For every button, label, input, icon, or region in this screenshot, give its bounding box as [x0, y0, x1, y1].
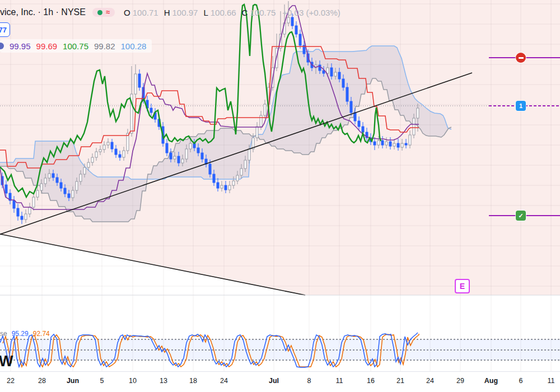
- time-axis-label: 24: [426, 377, 434, 385]
- indicator-legend[interactable]: 99.9599.69100.7599.82100.28: [0, 39, 152, 53]
- price-level-badge[interactable]: 77: [0, 22, 10, 37]
- alert-icon-one[interactable]: 1: [516, 101, 526, 111]
- candle-body: [52, 174, 54, 178]
- candle-body: [354, 113, 356, 121]
- candle-body: [178, 156, 180, 163]
- candle-body: [115, 149, 117, 155]
- candle-body: [260, 115, 262, 127]
- time-axis-label: 22: [7, 377, 15, 385]
- candle-body: [417, 108, 419, 118]
- time-axis-label: 6: [519, 377, 523, 385]
- candle-body: [91, 157, 94, 162]
- candle-body: [228, 185, 231, 190]
- candle-body: [197, 148, 199, 153]
- candle-body: [299, 34, 301, 45]
- indicator-value: 100.75: [63, 41, 88, 51]
- candle-body: [244, 160, 246, 169]
- candle-body: [174, 156, 176, 159]
- low-value: 100.66: [211, 8, 236, 17]
- earnings-badge[interactable]: E: [455, 279, 470, 293]
- candle-body: [111, 142, 113, 149]
- time-axis-label: 21: [396, 377, 404, 385]
- candle-body: [350, 101, 352, 113]
- stoch-k-value: 95.29: [12, 330, 29, 338]
- candle-body: [225, 185, 227, 190]
- candle-body: [338, 72, 340, 79]
- symbol-title[interactable]: vice, Inc. · 1h · NYSE: [0, 7, 86, 17]
- candle-body: [381, 141, 384, 145]
- delayed-data-icon: ≈: [106, 10, 110, 15]
- candle-body: [181, 159, 184, 163]
- high-label: H: [164, 8, 170, 17]
- candle-body: [107, 142, 109, 145]
- candle-body: [103, 145, 105, 150]
- candle-body: [213, 174, 215, 183]
- candle-body: [342, 79, 344, 87]
- time-axis-label: 11: [548, 377, 555, 385]
- market-status-pill[interactable]: ≈: [92, 8, 115, 17]
- candle-body: [150, 108, 152, 113]
- candle-body: [377, 141, 380, 145]
- candle-body: [36, 190, 39, 197]
- high-value: 100.97: [172, 8, 198, 17]
- time-axis-label: 8: [307, 377, 311, 385]
- indicator-value: 100.28: [121, 41, 147, 51]
- candle-body: [189, 143, 192, 149]
- candle-body: [68, 194, 70, 198]
- candle-body: [5, 185, 7, 193]
- candle-body: [256, 127, 258, 138]
- candle-body: [201, 153, 203, 159]
- symbol-watermark: W: [0, 353, 12, 370]
- candle-body: [413, 118, 415, 135]
- candle-body: [170, 153, 172, 159]
- candle-body: [44, 178, 46, 184]
- candle-body: [389, 142, 391, 146]
- time-axis-label: 28: [38, 377, 46, 385]
- candle-body: [374, 142, 376, 145]
- candle-body: [405, 143, 407, 145]
- candle-body: [40, 184, 43, 190]
- candle-body: [32, 197, 35, 207]
- indicator-value: 99.95: [10, 41, 31, 51]
- candle-body: [80, 174, 82, 181]
- low-label: L: [203, 8, 208, 17]
- chart-canvas[interactable]: [0, 0, 560, 392]
- stoch-d-value: 92.74: [33, 330, 50, 338]
- candle-body: [409, 135, 411, 145]
- candle-body: [393, 143, 395, 146]
- time-axis-label: 5: [100, 377, 104, 385]
- close-label: C: [242, 8, 248, 17]
- candle-body: [83, 167, 86, 174]
- market-open-dot-icon: [97, 10, 102, 15]
- stoch-legend[interactable]: se 95.29 92.74: [0, 330, 50, 338]
- candle-body: [358, 121, 360, 127]
- candle-body: [29, 207, 31, 214]
- time-axis-label: 16: [367, 377, 375, 385]
- candle-body: [13, 200, 15, 208]
- candle-body: [64, 188, 66, 194]
- time-axis-label: Jul: [269, 377, 279, 385]
- time-axis-label: 11: [336, 377, 343, 385]
- candle-body: [25, 214, 27, 220]
- candle-body: [236, 175, 239, 181]
- candle-body: [138, 74, 141, 87]
- candle-body: [95, 152, 97, 157]
- candle-body: [99, 150, 101, 152]
- candle-body: [346, 87, 348, 101]
- time-axis-label: 24: [220, 377, 228, 385]
- candle-body: [397, 143, 399, 147]
- candle-body: [295, 26, 297, 34]
- alert-icon-no-entry[interactable]: [516, 53, 526, 63]
- time-axis-label: Aug: [484, 377, 498, 385]
- time-axis-label: 18: [189, 377, 197, 385]
- trading-chart-window: vice, Inc. · 1h · NYSE ≈ O 100.71 H 100.…: [0, 0, 560, 392]
- alert-icon-check[interactable]: ✓: [516, 211, 526, 221]
- candle-body: [48, 174, 50, 178]
- candle-body: [334, 72, 337, 76]
- candle-body: [209, 164, 211, 174]
- open-label: O: [124, 8, 130, 17]
- time-axis[interactable]: 2228Jun510131824Jul81116212429Aug611: [0, 371, 560, 392]
- candle-body: [76, 181, 78, 190]
- no-entry-bar-icon: [519, 57, 524, 59]
- close-value: 100.75: [250, 8, 276, 17]
